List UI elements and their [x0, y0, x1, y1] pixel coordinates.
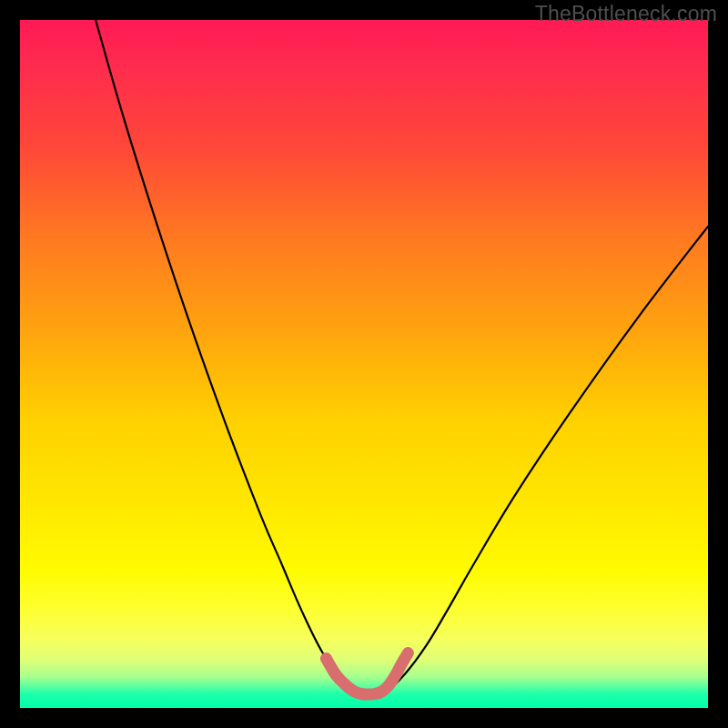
- chart-frame: TheBottleneck.com: [0, 0, 728, 728]
- curve-layer: [20, 20, 708, 708]
- watermark-text: TheBottleneck.com: [535, 2, 717, 26]
- plot-area: [20, 20, 708, 708]
- trough-highlight: [326, 653, 408, 694]
- bottleneck-curve: [96, 20, 708, 695]
